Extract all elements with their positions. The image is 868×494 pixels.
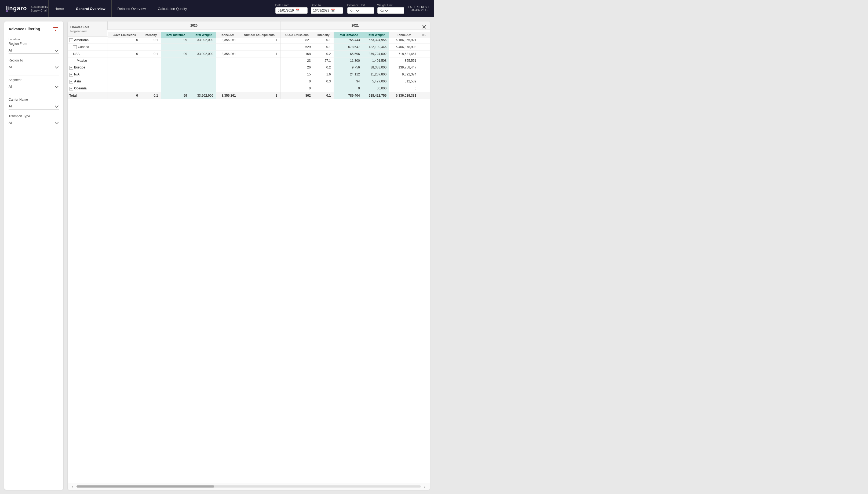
cell-2020-col2 — [161, 78, 190, 85]
region-to-select[interactable]: All — [8, 64, 59, 70]
cell-2020-col0: 0 — [108, 51, 141, 57]
row-label-cell: +Oceania — [67, 85, 108, 92]
panel-header: Advance Filtering — [8, 26, 59, 32]
expand-icon[interactable]: + — [69, 38, 73, 42]
chevron-down-icon — [355, 8, 360, 12]
cell-2021-col2: 789,404 — [334, 92, 363, 99]
cell-2020-col1 — [141, 57, 161, 64]
cell-2021-col4: 9,392,374 — [389, 71, 419, 78]
date-to-value: 16/03/2023 — [313, 8, 329, 12]
date-from-input[interactable]: 01/01/2019 📅 — [275, 7, 308, 14]
region-from-select[interactable]: All — [8, 47, 59, 54]
col-nu-2021: Nu — [419, 32, 430, 38]
cell-2020-col4 — [216, 85, 238, 92]
nav-controls: Date From 01/01/2019 📅 Date To 16/03/202… — [275, 3, 429, 14]
row-label-text: Asia — [74, 79, 81, 83]
row-label-text: Mexico — [77, 59, 87, 62]
region-from-value: All — [8, 48, 12, 52]
scroll-right-arrow[interactable]: › — [422, 484, 427, 489]
table-row: Total00.19933,902,0003,356,26118620.1789… — [67, 92, 430, 99]
horizontal-scrollbar[interactable]: ‹ › — [67, 483, 430, 490]
carrier-select[interactable]: All — [8, 103, 59, 110]
cell-2021-col5 — [419, 92, 430, 99]
chevron-icon-transport — [55, 120, 58, 124]
calendar-icon-from: 📅 — [295, 8, 300, 12]
cell-2020-col1 — [141, 85, 161, 92]
row-label-cell: +Europe — [67, 64, 108, 71]
expand-icon[interactable]: + — [69, 73, 73, 77]
col-tonnekm-2020: Tonne-KM — [216, 32, 238, 38]
cell-2020-col1: 0.1 — [141, 51, 161, 57]
table-row: USA00.19933,902,0003,356,26111680.265,59… — [67, 51, 430, 57]
carrier-section: Carrier Name All — [8, 98, 59, 110]
cell-2021-col3: 38,383,000 — [363, 64, 389, 71]
cell-2020-col0 — [108, 64, 141, 71]
chevron-icon-region-from — [55, 48, 58, 52]
close-button[interactable]: ✕ — [422, 24, 426, 30]
chevron-icon-segment — [55, 84, 58, 88]
row-label-cell: Mexico — [67, 57, 108, 64]
nav-general-overview[interactable]: General Overview — [70, 0, 112, 17]
expand-icon[interactable]: + — [69, 87, 73, 91]
cell-2020-col3: 33,902,000 — [190, 92, 216, 99]
segment-section: Segment All — [8, 78, 59, 90]
filter-icon-button[interactable] — [52, 26, 59, 32]
cell-2021-col1 — [313, 85, 334, 92]
cell-2021-col1: 0.3 — [313, 78, 334, 85]
cell-2021-col5 — [419, 51, 430, 57]
cell-2021-col1: 0.2 — [313, 51, 334, 57]
date-to-input[interactable]: 16/03/2023 📅 — [311, 7, 343, 14]
cell-2020-col5: 1 — [238, 92, 280, 99]
nav-menu: Home General Overview Detailed Overview … — [48, 0, 275, 17]
nav-home[interactable]: Home — [48, 0, 70, 17]
region-from-col-header: Region From — [70, 30, 105, 33]
cell-2021-col2: 11,300 — [334, 57, 363, 64]
fiscalyear-label: FISCALYEAR — [70, 25, 105, 28]
cell-2021-col2: 94 — [334, 78, 363, 85]
scroll-thumb — [77, 486, 214, 488]
year-2021-header: 2021 — [280, 21, 430, 30]
cell-2020-col4 — [216, 57, 238, 64]
svg-rect-0 — [53, 27, 58, 28]
cell-2020-col5 — [238, 85, 280, 92]
cell-2020-col2 — [161, 64, 190, 71]
expand-icon[interactable]: + — [69, 80, 73, 83]
location-section: Location Region From All — [8, 38, 59, 54]
weight-unit-select[interactable]: Kg — [378, 7, 404, 14]
nav-detailed-overview[interactable]: Detailed Overview — [112, 0, 152, 17]
cell-2020-col4 — [216, 43, 238, 51]
table-wrapper[interactable]: FISCALYEAR Region From 2020 2021 CO2e Em… — [67, 21, 430, 483]
segment-select[interactable]: All — [8, 83, 59, 90]
row-label-text: N/A — [74, 73, 80, 76]
scroll-left-arrow[interactable]: ‹ — [70, 484, 75, 489]
col-totalweight-2021: Total Weight — [363, 32, 389, 38]
cell-2020-col3 — [190, 78, 216, 85]
cell-2020-col0 — [108, 85, 141, 92]
data-table: FISCALYEAR Region From 2020 2021 CO2e Em… — [67, 21, 430, 99]
cell-2021-col4: 6,336,029,331 — [389, 92, 419, 99]
col-co2e-2020: CO2e Emissions — [108, 32, 141, 38]
row-label-cell: +Canada — [67, 43, 108, 51]
cell-2021-col1: 0.1 — [313, 43, 334, 51]
distance-unit-value: Km — [350, 8, 354, 12]
cell-2020-col3 — [190, 85, 216, 92]
cell-2020-col2 — [161, 43, 190, 51]
carrier-value: All — [8, 104, 12, 108]
transport-section: Transport Type All — [8, 114, 59, 126]
divider-2 — [8, 95, 59, 95]
weight-unit-label: Weight Unit — [378, 3, 404, 7]
col-intensity-2020: Intensity — [141, 32, 161, 38]
transport-select[interactable]: All — [8, 120, 59, 126]
cell-2020-col0: 0 — [108, 92, 141, 99]
chevron-icon-region-to — [55, 64, 58, 68]
cell-2021-col0: 862 — [280, 92, 313, 99]
cell-2021-col3: 11,237,800 — [363, 71, 389, 78]
expand-icon[interactable]: + — [73, 45, 77, 49]
scroll-track[interactable] — [77, 486, 421, 488]
calendar-icon-to: 📅 — [331, 8, 335, 12]
nav-calculation-quality[interactable]: Calculation Quality — [152, 0, 193, 17]
distance-unit-select[interactable]: Km — [347, 7, 374, 14]
cell-2021-col1: 0.2 — [313, 64, 334, 71]
expand-icon[interactable]: + — [69, 66, 73, 70]
main-content: Advance Filtering Location Region From A… — [0, 17, 434, 494]
